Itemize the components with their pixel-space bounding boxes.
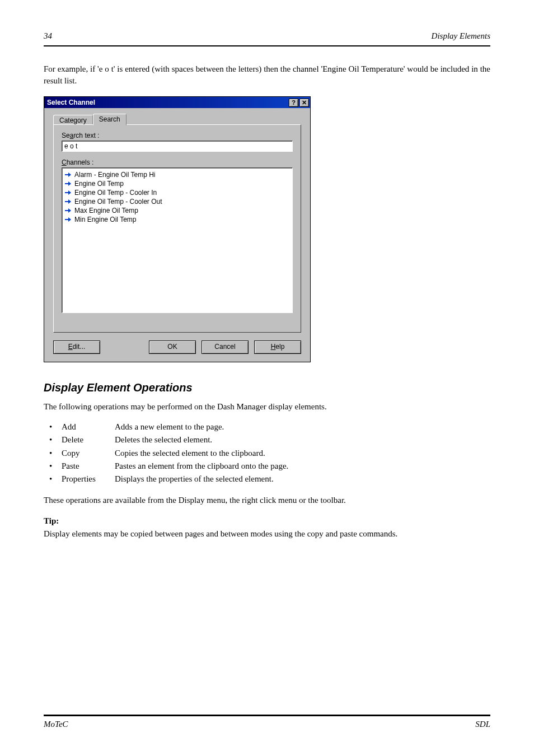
ok-button[interactable]: OK	[149, 340, 196, 354]
arrow-right-icon	[64, 181, 72, 186]
edit-button[interactable]: Edit...	[53, 340, 100, 354]
list-item[interactable]: Max Engine Oil Temp	[63, 206, 291, 215]
list-item[interactable]: Engine Oil Temp - Cooler In	[63, 188, 291, 197]
page-number: 34	[44, 31, 52, 41]
ops-list: •AddAdds a new element to the page. •Del…	[49, 421, 490, 486]
close-icon[interactable]: ✕	[299, 99, 309, 107]
ops-intro: The following operations may be performe…	[44, 401, 490, 413]
tip-label: Tip:	[44, 516, 490, 526]
channels-label: Channels :	[62, 158, 293, 166]
ops-note: These operations are available from the …	[44, 494, 490, 506]
dialog-titlebar[interactable]: Select Channel ? ✕	[44, 97, 310, 108]
tip-text: Display elements may be copied between p…	[44, 528, 490, 540]
arrow-right-icon	[64, 199, 72, 204]
footer-product: SDL	[475, 720, 490, 729]
list-item[interactable]: Engine Oil Temp	[63, 179, 291, 188]
list-item[interactable]: Alarm - Engine Oil Temp Hi	[63, 170, 291, 179]
search-input[interactable]: e o t	[62, 141, 293, 152]
help-button[interactable]: Help	[254, 340, 301, 354]
section-name: Display Elements	[432, 31, 490, 41]
tab-strip: Category Search	[53, 114, 301, 125]
cancel-button[interactable]: Cancel	[202, 340, 249, 354]
arrow-right-icon	[64, 172, 72, 178]
channels-listbox[interactable]: Alarm - Engine Oil Temp Hi Engine Oil Te…	[62, 167, 293, 313]
help-icon[interactable]: ?	[289, 99, 298, 107]
tab-search[interactable]: Search	[93, 114, 127, 125]
tab-category[interactable]: Category	[53, 115, 93, 125]
list-item[interactable]: Engine Oil Temp - Cooler Out	[63, 197, 291, 206]
arrow-right-icon	[64, 190, 72, 195]
search-tab-panel: Search text : e o t Channels : Alarm - E…	[53, 124, 301, 333]
intro-paragraph: For example, if 'e o t' is entered (with…	[44, 63, 490, 86]
ops-heading: Display Element Operations	[44, 381, 490, 394]
dialog-title: Select Channel	[47, 99, 288, 106]
list-item[interactable]: Min Engine Oil Temp	[63, 215, 291, 224]
footer-rule	[44, 715, 490, 716]
footer-company: MoTeC	[44, 720, 68, 729]
arrow-right-icon	[64, 217, 72, 222]
header-rule	[44, 45, 490, 46]
arrow-right-icon	[64, 208, 72, 213]
search-text-label: Search text :	[62, 132, 293, 139]
select-channel-dialog: Select Channel ? ✕ Category Search Searc…	[44, 96, 311, 362]
